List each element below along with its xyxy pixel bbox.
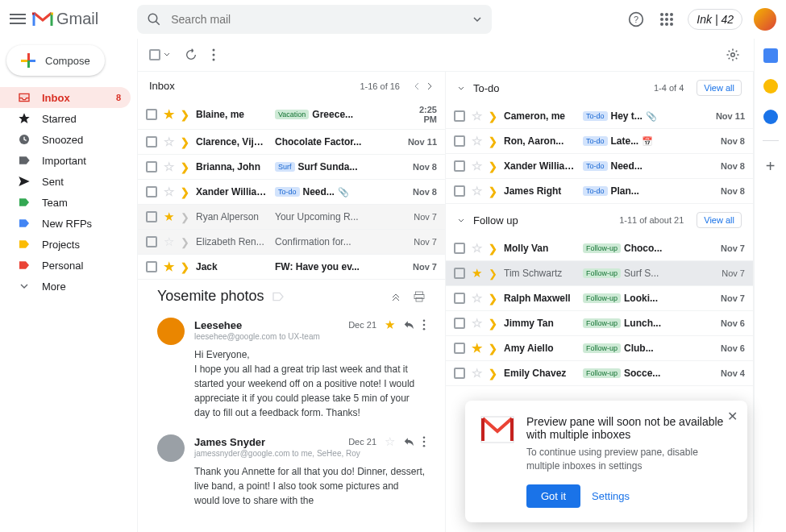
email-row[interactable]: ☆❯Brianna, JohnSurf Surf Sunda... Nov 8 <box>138 155 445 180</box>
collapse-icon[interactable] <box>457 216 465 224</box>
important-icon[interactable]: ❯ <box>181 136 189 148</box>
email-row[interactable]: ☆❯Cameron, meTo-do Hey t... 📎Nov 11 <box>446 104 753 129</box>
email-row[interactable]: ☆❯Xander WilliamsTo-do Need... Nov 8 <box>446 154 753 179</box>
account-avatar[interactable] <box>754 8 776 31</box>
important-icon[interactable]: ❯ <box>489 343 497 355</box>
row-checkbox[interactable] <box>454 293 465 304</box>
important-icon[interactable]: ❯ <box>489 293 497 305</box>
help-icon[interactable]: ? <box>626 10 646 29</box>
refresh-icon[interactable] <box>185 48 198 61</box>
star-icon[interactable]: ★ <box>472 341 482 355</box>
important-icon[interactable]: ❯ <box>489 185 497 197</box>
more-icon[interactable] <box>422 319 426 330</box>
search-dropdown-icon[interactable] <box>472 15 482 24</box>
main-menu-button[interactable] <box>10 11 26 27</box>
email-row[interactable]: ★❯Amy AielloFollow-up Club... Nov 6 <box>446 336 753 361</box>
row-checkbox[interactable] <box>454 368 465 379</box>
row-checkbox[interactable] <box>454 110 465 122</box>
star-icon[interactable]: ☆ <box>472 291 482 305</box>
email-row[interactable]: ☆❯Ralph MaxwellFollow-up Looki... Nov 7 <box>446 286 753 311</box>
row-checkbox[interactable] <box>454 160 465 172</box>
row-checkbox[interactable] <box>454 318 465 329</box>
reply-icon[interactable] <box>403 436 414 447</box>
email-row[interactable]: ☆❯Elizabeth Ren... Confirmation for... N… <box>138 230 445 255</box>
calendar-icon[interactable] <box>763 48 778 63</box>
ink-badge[interactable]: Ink | 42 <box>688 9 742 30</box>
star-icon[interactable]: ☆ <box>472 366 482 380</box>
star-icon[interactable]: ☆ <box>164 185 174 199</box>
sidebar-item-inbox[interactable]: Inbox8 <box>0 87 131 108</box>
important-icon[interactable]: ❯ <box>489 268 497 280</box>
collapse-icon[interactable] <box>390 290 401 301</box>
star-icon[interactable]: ★ <box>164 260 174 274</box>
compose-button[interactable]: Compose <box>6 45 105 76</box>
prev-page-icon[interactable] <box>413 82 421 90</box>
star-icon[interactable]: ★ <box>164 107 174 122</box>
add-panel-icon[interactable]: + <box>766 157 776 176</box>
important-icon[interactable]: ❯ <box>489 160 497 172</box>
important-icon[interactable]: ❯ <box>181 109 189 121</box>
email-row[interactable]: ☆❯Molly VanFollow-up Choco... Nov 7 <box>446 236 753 261</box>
row-checkbox[interactable] <box>454 185 465 197</box>
star-icon[interactable]: ★ <box>472 266 482 281</box>
email-row[interactable]: ★❯Tim SchwartzFollow-up Surf S... Nov 7 <box>446 261 753 286</box>
sidebar-item-important[interactable]: Important <box>0 150 131 171</box>
star-icon[interactable]: ☆ <box>472 134 482 148</box>
important-icon[interactable]: ❯ <box>181 261 189 273</box>
row-checkbox[interactable] <box>146 136 157 148</box>
star-icon[interactable]: ☆ <box>472 241 482 256</box>
settings-icon[interactable] <box>723 45 742 64</box>
row-checkbox[interactable] <box>146 261 157 272</box>
view-all-button[interactable]: View all <box>697 212 742 228</box>
email-row[interactable]: ☆❯James RightTo-do Plan... Nov 8 <box>446 179 753 204</box>
sidebar-item-new-rfps[interactable]: New RFPs <box>0 213 131 234</box>
important-icon[interactable]: ❯ <box>489 110 497 123</box>
star-icon[interactable]: ☆ <box>164 160 174 174</box>
print-icon[interactable] <box>413 290 426 303</box>
row-checkbox[interactable] <box>454 343 465 354</box>
important-icon[interactable]: ❯ <box>489 368 497 380</box>
sidebar-item-snoozed[interactable]: Snoozed <box>0 129 131 150</box>
row-checkbox[interactable] <box>146 109 157 120</box>
row-checkbox[interactable] <box>454 268 465 279</box>
sidebar-item-starred[interactable]: Starred <box>0 108 131 129</box>
collapse-icon[interactable] <box>457 84 465 92</box>
row-checkbox[interactable] <box>454 135 465 147</box>
important-icon[interactable]: ❯ <box>489 318 497 330</box>
view-all-button[interactable]: View all <box>697 80 742 96</box>
row-checkbox[interactable] <box>146 236 157 247</box>
sidebar-item-more[interactable]: More <box>0 276 131 297</box>
search-input[interactable] <box>171 13 463 26</box>
star-icon[interactable]: ☆ <box>472 159 482 173</box>
star-icon[interactable]: ★ <box>385 318 395 332</box>
star-icon[interactable]: ☆ <box>472 316 482 330</box>
close-icon[interactable]: ✕ <box>727 409 738 424</box>
keep-icon[interactable] <box>763 79 778 94</box>
email-row[interactable]: ★❯Ryan Alperson Your Upcoming R... Nov 7 <box>138 205 445 230</box>
row-checkbox[interactable] <box>454 243 465 254</box>
sidebar-item-projects[interactable]: Projects <box>0 234 131 255</box>
gmail-logo[interactable]: Gmail <box>32 10 98 28</box>
important-icon[interactable]: ❯ <box>489 135 497 148</box>
star-icon[interactable]: ☆ <box>164 235 174 249</box>
star-icon[interactable]: ☆ <box>385 434 395 449</box>
sidebar-item-sent[interactable]: Sent <box>0 171 131 192</box>
email-row[interactable]: ★❯Blaine, meVacation Greece... 2:25 PM <box>138 100 445 130</box>
important-icon[interactable]: ❯ <box>181 211 189 223</box>
more-icon[interactable] <box>422 436 426 447</box>
sidebar-item-personal[interactable]: Personal <box>0 255 131 276</box>
star-icon[interactable]: ☆ <box>472 109 482 123</box>
apps-icon[interactable] <box>657 10 676 29</box>
email-row[interactable]: ★❯Jack FW: Have you ev... Nov 7 <box>138 255 445 280</box>
email-row[interactable]: ☆❯Jimmy TanFollow-up Lunch... Nov 6 <box>446 311 753 336</box>
more-icon[interactable] <box>212 48 215 61</box>
sidebar-item-team[interactable]: Team <box>0 192 131 213</box>
email-row[interactable]: ☆❯Ron, Aaron...To-do Late... 📅Nov 8 <box>446 129 753 154</box>
reply-icon[interactable] <box>403 319 414 330</box>
select-all[interactable] <box>149 49 170 60</box>
important-icon[interactable]: ❯ <box>181 236 189 248</box>
star-icon[interactable]: ★ <box>164 210 174 224</box>
important-icon[interactable]: ❯ <box>489 243 497 255</box>
settings-link[interactable]: Settings <box>592 490 630 502</box>
email-row[interactable]: ☆❯Clarence, Vijay 13 Chocolate Factor...… <box>138 130 445 155</box>
